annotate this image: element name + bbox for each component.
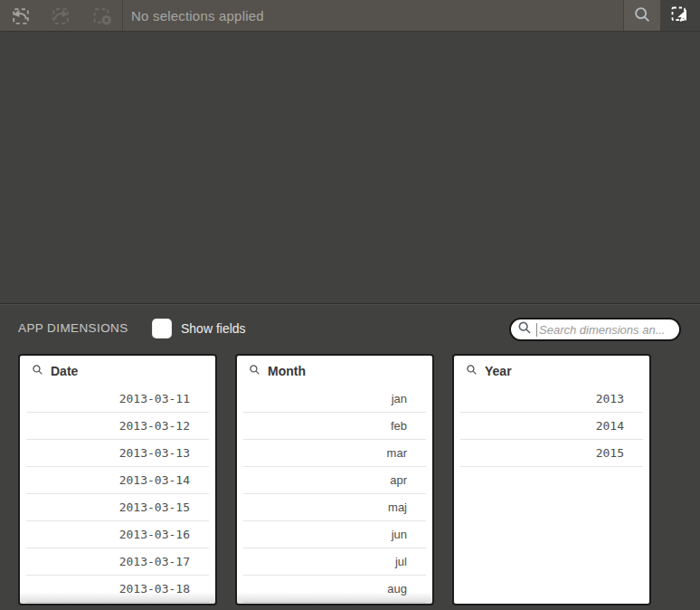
search-icon[interactable] [466, 363, 478, 379]
show-fields-label: Show fields [181, 321, 246, 336]
dimension-value-row[interactable]: 2013 [460, 386, 643, 413]
dimension-value-row[interactable]: 2013-03-16 [26, 521, 209, 548]
dimension-value-row[interactable]: 2013-03-12 [26, 413, 209, 440]
dimension-value-row[interactable]: mar [243, 440, 426, 467]
dimension-panel-title: Year [485, 364, 512, 378]
dimension-value-row[interactable]: 2013-03-18 [26, 576, 209, 603]
current-selections-empty-area [0, 32, 700, 303]
dimension-panel-title: Date [51, 364, 78, 378]
selections-tool-toggle[interactable] [660, 0, 700, 31]
dimension-value-row[interactable]: 2013-03-17 [26, 548, 209, 576]
dimension-value-row[interactable]: 2013-03-15 [26, 494, 209, 521]
selections-toolbar: No selections applied [0, 0, 700, 32]
dimension-value-row[interactable]: aug [243, 576, 426, 603]
dimension-value-list: janfebmaraprmajjunjulaug [243, 386, 426, 603]
dimension-value-row[interactable]: apr [243, 467, 426, 494]
dimension-panel-title: Month [268, 364, 306, 378]
clear-all-selections-icon [90, 5, 113, 27]
app-dimensions-title: APP DIMENSIONS [18, 321, 128, 335]
dimension-search-input[interactable] [537, 323, 676, 337]
dimension-panel: Year 201320142015 [452, 354, 651, 605]
step-back-button[interactable] [0, 0, 41, 31]
dimension-panel: Date 2013-03-112013-03-122013-03-132013-… [18, 354, 217, 605]
dimension-value-row[interactable]: 2013-03-13 [26, 440, 209, 467]
dimension-value-row[interactable]: 2013-03-14 [26, 467, 209, 494]
step-forward-button[interactable] [41, 0, 81, 31]
search-icon [632, 5, 652, 27]
dimension-value-row[interactable]: jun [243, 521, 426, 548]
smart-search-button[interactable] [623, 0, 660, 31]
dimension-value-row[interactable]: jul [243, 548, 426, 576]
dimension-value-row[interactable]: jan [243, 386, 426, 413]
dimension-value-row[interactable]: 2014 [460, 413, 643, 440]
dimension-panel-header: Date [20, 356, 215, 386]
dimension-value-list: 2013-03-112013-03-122013-03-132013-03-14… [26, 386, 209, 603]
search-icon[interactable] [32, 363, 43, 379]
dimension-value-row[interactable]: 2013-03-11 [26, 386, 209, 413]
clear-all-selections-button[interactable] [81, 0, 122, 31]
step-forward-icon [50, 5, 72, 27]
search-icon [517, 320, 532, 338]
selections-status-text: No selections applied [123, 0, 623, 31]
dimension-value-list: 201320142015 [460, 386, 643, 467]
selections-tool-icon [669, 4, 691, 28]
dimension-panel: Month janfebmaraprmajjunjulaug [235, 354, 434, 605]
dimension-value-row[interactable]: 2015 [460, 440, 643, 467]
dimension-value-row[interactable]: feb [243, 413, 426, 440]
dimension-value-row[interactable]: maj [243, 494, 426, 521]
dimension-search-box[interactable] [509, 318, 681, 341]
dimension-panels: Date 2013-03-112013-03-122013-03-132013-… [18, 354, 651, 605]
dimension-panel-header: Month [237, 356, 432, 386]
show-fields-checkbox[interactable] [152, 319, 172, 338]
search-icon[interactable] [249, 363, 260, 379]
step-back-icon [9, 5, 32, 27]
app-dimensions-header: APP DIMENSIONS Show fields [0, 305, 700, 354]
dimension-panel-header: Year [454, 356, 649, 386]
